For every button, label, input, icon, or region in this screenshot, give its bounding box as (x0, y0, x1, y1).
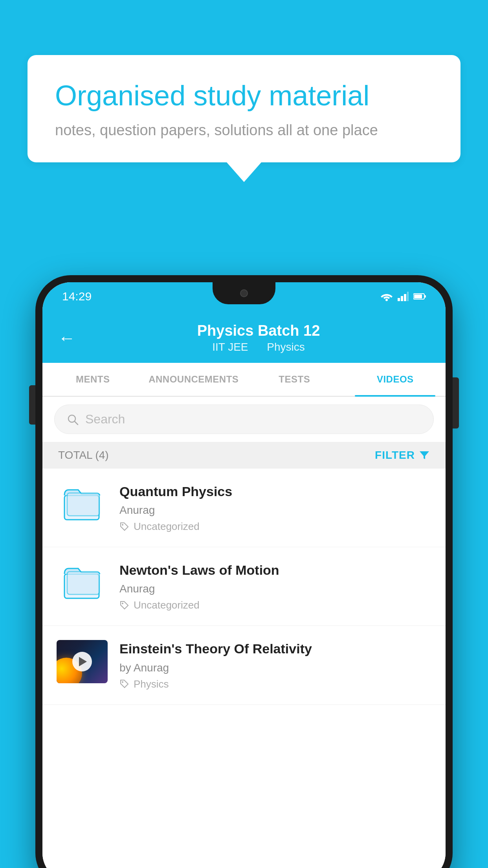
phone-screen: 14:29 (42, 282, 446, 868)
svg-point-12 (122, 524, 123, 526)
batch-title: Physics Batch 12 (87, 322, 430, 339)
speech-bubble-subtitle: notes, question papers, solutions all at… (55, 122, 433, 139)
svg-rect-3 (404, 294, 406, 301)
thumbnail-image (57, 640, 108, 683)
header-title-group: Physics Batch 12 IIT JEE Physics (87, 322, 430, 353)
batch-subtitle: IIT JEE Physics (87, 341, 430, 353)
speech-bubble-title: Organised study material (55, 79, 433, 112)
search-icon (66, 413, 79, 426)
camera-dot (240, 289, 248, 297)
search-container: Search (42, 397, 446, 442)
phone-notch (213, 282, 275, 304)
video-tag: Uncategorized (119, 599, 431, 611)
svg-rect-14 (67, 572, 99, 594)
video-author: Anurag (119, 583, 431, 595)
video-title: Einstein's Theory Of Relativity (119, 640, 431, 657)
signal-icon (398, 292, 409, 301)
video-title: Quantum Physics (119, 483, 431, 500)
speech-bubble-card: Organised study material notes, question… (28, 55, 460, 162)
video-info-1: Quantum Physics Anurag Uncategorized (119, 483, 431, 533)
status-icons (380, 292, 426, 301)
play-button[interactable] (72, 652, 92, 671)
filter-button[interactable]: FILTER (375, 449, 430, 462)
tag-label: Uncategorized (134, 599, 200, 611)
tag-icon (119, 522, 130, 532)
search-placeholder: Search (85, 412, 125, 427)
folder-thumb-1 (57, 483, 108, 526)
tag-label: Uncategorized (134, 520, 200, 533)
filter-funnel-icon (419, 450, 430, 461)
speech-bubble-section: Organised study material notes, question… (28, 55, 460, 182)
filter-bar: TOTAL (4) FILTER (42, 442, 446, 469)
svg-point-16 (122, 681, 123, 683)
svg-point-15 (122, 603, 123, 604)
svg-line-9 (75, 421, 78, 425)
video-author: Anurag (119, 504, 431, 517)
wifi-icon (380, 292, 393, 301)
total-count: TOTAL (4) (58, 449, 109, 462)
folder-icon (62, 565, 102, 601)
video-thumb-3 (57, 640, 108, 683)
tag-icon (119, 600, 130, 611)
svg-rect-1 (398, 298, 400, 301)
video-tag: Physics (119, 678, 431, 690)
tag-icon (119, 679, 130, 689)
battery-icon (413, 293, 426, 300)
subtitle-iitjee: IIT JEE (212, 341, 248, 353)
tab-tests[interactable]: TESTS (244, 363, 345, 396)
video-tag: Uncategorized (119, 520, 431, 533)
folder-icon (62, 487, 102, 522)
tag-label: Physics (134, 678, 169, 690)
back-button[interactable]: ← (58, 328, 75, 348)
phone-outer: 14:29 (35, 275, 453, 868)
play-triangle-icon (79, 657, 87, 666)
svg-rect-6 (414, 294, 422, 298)
list-item[interactable]: Newton's Laws of Motion Anurag Uncategor… (42, 547, 446, 626)
search-input-wrapper[interactable]: Search (54, 405, 434, 434)
folder-thumb-2 (57, 561, 108, 605)
video-title: Newton's Laws of Motion (119, 561, 431, 579)
tabs-bar: MENTS ANNOUNCEMENTS TESTS VIDEOS (42, 363, 446, 397)
video-author: by Anurag (119, 662, 431, 674)
video-info-3: Einstein's Theory Of Relativity by Anura… (119, 640, 431, 690)
svg-rect-11 (67, 493, 99, 516)
subtitle-physics: Physics (267, 341, 305, 353)
app-header: ← Physics Batch 12 IIT JEE Physics (42, 311, 446, 363)
tab-ments[interactable]: MENTS (42, 363, 143, 396)
svg-point-0 (385, 299, 388, 301)
svg-rect-2 (401, 296, 403, 301)
svg-rect-7 (425, 295, 426, 298)
speech-bubble-arrow (227, 162, 261, 182)
list-item[interactable]: Einstein's Theory Of Relativity by Anura… (42, 626, 446, 704)
video-info-2: Newton's Laws of Motion Anurag Uncategor… (119, 561, 431, 611)
filter-label: FILTER (375, 449, 415, 462)
tab-videos[interactable]: VIDEOS (345, 363, 446, 396)
list-item[interactable]: Quantum Physics Anurag Uncategorized (42, 469, 446, 547)
phone-mockup: 14:29 (35, 275, 453, 868)
tab-announcements[interactable]: ANNOUNCEMENTS (143, 363, 244, 396)
video-list: Quantum Physics Anurag Uncategorized (42, 469, 446, 868)
svg-rect-4 (407, 292, 409, 301)
status-time: 14:29 (62, 290, 92, 303)
